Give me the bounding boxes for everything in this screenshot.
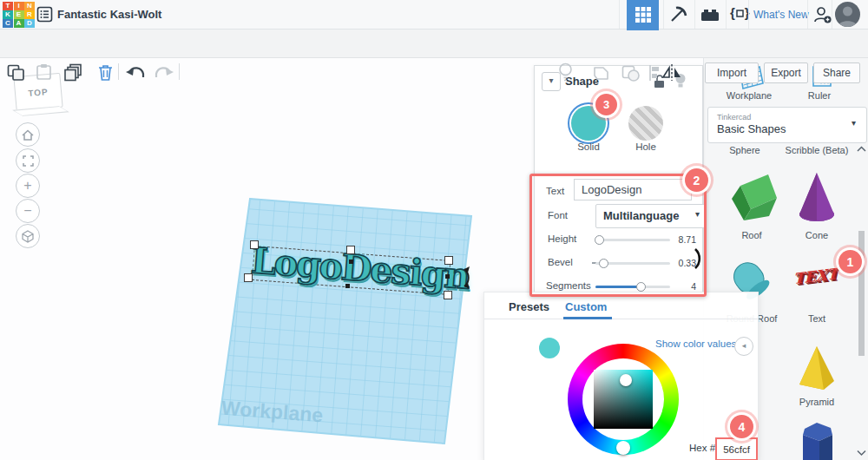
show-color-values-link[interactable]: Show color values [655,338,736,349]
divider [118,63,119,80]
collapse-values-button[interactable]: ◂ [734,337,753,356]
divider [832,0,832,29]
whats-new-link[interactable]: What's New [753,9,809,21]
annotation-badge-4: 4 [730,415,753,438]
tab-presets[interactable]: Presets [509,300,549,313]
logo-tile: T [3,2,13,10]
active-tab-underline [563,317,612,319]
scrollbar-thumb[interactable] [858,231,865,356]
design-title[interactable]: Fantastic Kasi-Wolt [57,8,161,21]
edge-handle[interactable] [445,274,450,279]
edge-handle[interactable] [349,260,353,264]
fit-view-button[interactable] [16,148,40,173]
brick-icon[interactable] [700,8,720,25]
chevron-down-icon: ▾ [852,118,856,128]
annotation-rectangle [529,174,707,297]
shape-category-select[interactable]: Tinkercad Basic Shapes ▾ [707,107,867,143]
shape-text-label[interactable]: Text [791,313,843,324]
app-header: T I N K E R C A D Fantastic Kasi-Wolt {}… [0,0,868,30]
color-picker-panel: Presets Custom Show color values ◂ Hex #… [483,292,759,460]
paste-icon[interactable] [36,63,52,84]
annotation-badge-3: 3 [595,94,617,115]
light-toggle-icon[interactable] [558,62,573,86]
import-button[interactable]: Import [705,62,759,83]
category-value: Basic Shapes [717,122,786,135]
duplicate-icon[interactable] [64,63,84,85]
shape-pyramid[interactable] [795,342,838,398]
divider [484,319,758,319]
divider [619,0,620,29]
perspective-toggle-button[interactable] [16,224,40,248]
scale-handle[interactable] [444,291,452,299]
current-color-swatch[interactable] [539,338,560,358]
shape-pyramid-label[interactable]: Pyramid [789,397,845,407]
scale-handle[interactable] [250,240,259,249]
hue-picker-dot[interactable] [616,441,630,455]
shape-roof-label[interactable]: Roof [726,230,778,240]
tab-custom[interactable]: Custom [565,300,607,313]
annotation-badge-1: 1 [838,250,862,273]
logo-tile: N [24,2,35,10]
hex-label: Hex # [689,443,715,453]
divider [807,0,808,29]
zoom-in-button[interactable]: + [16,174,40,198]
mirror-icon[interactable] [662,63,681,85]
hex-input[interactable]: 56cfcf [715,437,758,460]
shape-scribble-label[interactable]: Scribble (Beta) [769,145,865,155]
active-tab-indicator [627,29,659,30]
category-brand: Tinkercad [717,113,751,122]
solid-label: Solid [567,141,610,152]
scale-handle[interactable] [444,256,453,265]
rotate-handle[interactable] [459,265,478,291]
shape-text[interactable]: TEXT [793,265,838,287]
export-button[interactable]: Export [764,62,808,83]
share-button[interactable]: Share [813,62,860,83]
scale-handle[interactable] [244,273,253,282]
shape-polygon[interactable] [796,420,838,460]
edit-toolbar: Import Export Share [0,29,868,58]
edge-handle[interactable] [345,284,350,288]
minecraft-pickaxe-icon[interactable] [668,6,687,27]
tinkercad-logo[interactable]: T I N K E R C A D [3,2,34,27]
logo-tile: C [3,19,13,28]
ungroup-shapes-icon[interactable] [621,65,641,85]
scroll-down-icon[interactable] [857,450,866,457]
design-menu-icon[interactable] [36,6,53,26]
group-shapes-icon[interactable] [592,65,610,85]
grid-icon [635,7,651,23]
shape-cone[interactable] [796,169,838,228]
logo-tile: K [3,10,13,19]
sv-picker-dot[interactable] [620,374,632,386]
divider [663,0,664,29]
logo-tile: R [24,10,35,19]
hole-label: Hole [624,141,667,152]
person-icon [835,2,860,27]
workplane-tool-label: Workplane [721,90,777,101]
home-view-button[interactable] [16,122,40,147]
logo-tile: A [14,19,24,28]
copy-icon[interactable] [7,64,25,84]
logo-tile: I [14,2,24,10]
divider [179,63,180,80]
annotation-badge-2: 2 [685,168,708,192]
logo-tile: D [24,19,35,28]
add-user-icon[interactable] [813,5,832,28]
avatar[interactable] [835,2,860,27]
delete-icon[interactable] [97,63,114,85]
divider [694,0,695,29]
tab-3d-design[interactable] [627,0,659,29]
ruler-tool-label: Ruler [793,90,845,101]
redo-icon[interactable] [155,65,174,83]
zoom-out-button[interactable]: − [16,199,40,223]
shape-cone-label[interactable]: Cone [791,230,843,240]
logo-tile: E [14,10,24,19]
shape-sphere-label[interactable]: Sphere [719,145,771,155]
align-icon[interactable] [648,64,660,85]
hole-option[interactable] [628,106,663,141]
codeblocks-icon[interactable]: {} [730,5,750,20]
divider [748,0,749,29]
shape-roof[interactable] [728,168,779,227]
raise-handle[interactable] [346,246,355,254]
undo-icon[interactable] [126,65,145,83]
scroll-up-icon[interactable] [857,146,866,153]
